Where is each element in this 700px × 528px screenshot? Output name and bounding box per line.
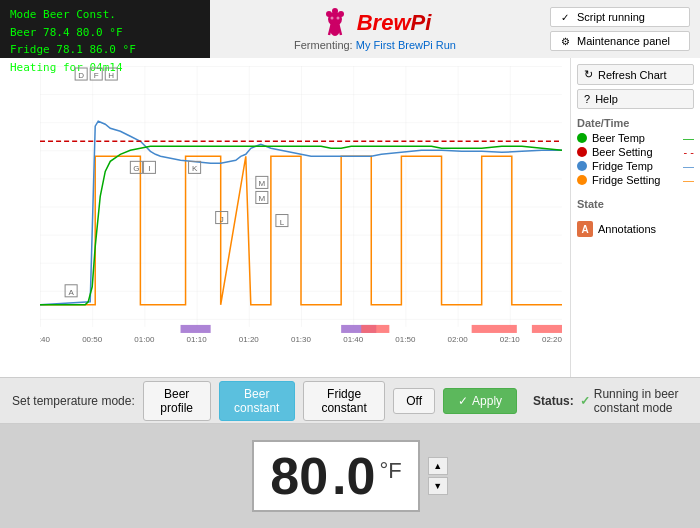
- maintenance-panel-label: Maintenance panel: [577, 35, 670, 47]
- status-display: Mode Beer Const. Beer 78.4 80.0 °F Fridg…: [0, 0, 210, 58]
- refresh-chart-button[interactable]: ↻ Refresh Chart: [577, 64, 694, 85]
- logo-pi: Pi: [411, 10, 432, 35]
- svg-point-1: [326, 11, 332, 17]
- svg-text:L: L: [280, 218, 285, 227]
- svg-text:H: H: [108, 71, 114, 80]
- beer-setting-dot: [577, 147, 587, 157]
- beer-constant-button[interactable]: Beer constant: [219, 381, 295, 421]
- annotation-section: A Annotations: [577, 221, 694, 239]
- header: Mode Beer Const. Beer 78.4 80.0 °F Fridg…: [0, 0, 700, 58]
- chart-container: 100 90 80 70 60 50 40 30 20 00:40 00:50 …: [0, 58, 700, 378]
- temp-increment-button[interactable]: ▲: [428, 457, 448, 475]
- svg-text:02:20: 02:20: [542, 335, 562, 344]
- svg-text:M: M: [259, 194, 266, 203]
- status-label: Status:: [533, 394, 574, 408]
- chart-sidebar: ↻ Refresh Chart ? Help Date/Time Beer Te…: [570, 58, 700, 377]
- svg-text:K: K: [192, 164, 198, 173]
- fermenting-label: Fermenting:: [294, 39, 353, 51]
- svg-text:A: A: [68, 288, 74, 297]
- logo-text: BrewPi: [357, 10, 432, 36]
- beer-temp-label: Beer Temp: [592, 132, 645, 144]
- temp-mode-bar: Set temperature mode: Beer profile Beer …: [0, 378, 700, 424]
- beer-profile-button[interactable]: Beer profile: [143, 381, 211, 421]
- temp-decrement-button[interactable]: ▼: [428, 477, 448, 495]
- svg-text:I: I: [148, 164, 150, 173]
- annotations-legend-item: A Annotations: [577, 221, 694, 237]
- chart-area: 100 90 80 70 60 50 40 30 20 00:40 00:50 …: [0, 58, 570, 377]
- maintenance-panel-button[interactable]: ⚙ Maintenance panel: [550, 31, 690, 51]
- annotations-label: Annotations: [598, 223, 656, 235]
- svg-point-3: [332, 8, 338, 14]
- fermenting-link[interactable]: My First BrewPi Run: [356, 39, 456, 51]
- status-line3: Fridge 78.1 86.0 °F: [10, 41, 200, 59]
- beer-constant-label: Beer constant: [234, 387, 279, 415]
- off-button[interactable]: Off: [393, 388, 435, 414]
- beer-setting-dash: - -: [684, 146, 694, 158]
- svg-text:D: D: [78, 71, 84, 80]
- fermenting-info: Fermenting: My First BrewPi Run: [294, 39, 456, 51]
- temp-unit: °F: [379, 450, 401, 484]
- svg-text:01:40: 01:40: [343, 335, 364, 344]
- raspberrypi-icon: [319, 7, 351, 39]
- beer-setting-legend: Beer Setting - -: [577, 146, 694, 158]
- fridge-temp-dot: [577, 161, 587, 171]
- fridge-temp-label: Fridge Temp: [592, 160, 653, 172]
- annotation-badge: A: [577, 221, 593, 237]
- fridge-constant-button[interactable]: Fridge constant: [303, 381, 385, 421]
- status-running-text: Running in beer constant mode: [594, 387, 688, 415]
- svg-text:02:00: 02:00: [448, 335, 469, 344]
- temp-value-box: 80 .0 °F: [252, 440, 419, 512]
- logo-area: BrewPi Fermenting: My First BrewPi Run: [210, 0, 540, 58]
- checkmark-apply-icon: ✓: [458, 394, 468, 408]
- fridge-setting-dot: [577, 175, 587, 185]
- temp-mode-label: Set temperature mode:: [12, 394, 135, 408]
- fridge-temp-legend: Fridge Temp —: [577, 160, 694, 172]
- logo-brew: Brew: [357, 10, 411, 35]
- off-label: Off: [406, 394, 422, 408]
- temp-whole: 80: [270, 450, 328, 502]
- status-check-icon: ✓: [580, 394, 590, 408]
- refresh-chart-label: Refresh Chart: [598, 69, 666, 81]
- svg-text:01:00: 01:00: [134, 335, 155, 344]
- svg-rect-32: [361, 325, 389, 333]
- refresh-icon: ↻: [584, 68, 593, 81]
- beer-temp-legend: Beer Temp —: [577, 132, 694, 144]
- temp-decimal: .0: [332, 450, 375, 502]
- svg-rect-30: [181, 325, 211, 333]
- beer-temp-dot: [577, 133, 587, 143]
- status-line1: Mode Beer Const.: [10, 6, 200, 24]
- status-text: ✓ Running in beer constant mode: [580, 387, 688, 415]
- gear-icon: ⚙: [559, 35, 571, 47]
- apply-label: Apply: [472, 394, 502, 408]
- svg-rect-33: [472, 325, 517, 333]
- svg-text:02:10: 02:10: [500, 335, 521, 344]
- fridge-setting-label: Fridge Setting: [592, 174, 660, 186]
- svg-point-2: [338, 11, 344, 17]
- svg-text:G: G: [133, 164, 139, 173]
- svg-text:01:20: 01:20: [239, 335, 260, 344]
- svg-text:00:50: 00:50: [82, 335, 103, 344]
- fridge-setting-dash: —: [683, 174, 694, 186]
- header-buttons: ✓ Script running ⚙ Maintenance panel: [540, 0, 700, 58]
- status-section: Status: ✓ Running in beer constant mode: [533, 387, 688, 415]
- svg-point-8: [336, 17, 339, 20]
- svg-text:01:50: 01:50: [395, 335, 416, 344]
- legend-section: Date/Time Beer Temp — Beer Setting - - F…: [577, 117, 694, 188]
- temp-display: 80 .0 °F ▲ ▼: [0, 424, 700, 528]
- svg-text:01:10: 01:10: [187, 335, 208, 344]
- svg-text:J: J: [220, 215, 224, 224]
- status-line2: Beer 78.4 80.0 °F: [10, 24, 200, 42]
- svg-point-7: [330, 17, 333, 20]
- temp-spinner: ▲ ▼: [428, 457, 448, 495]
- beer-profile-label: Beer profile: [160, 387, 193, 415]
- svg-text:00:40: 00:40: [40, 335, 51, 344]
- fridge-temp-dash: —: [683, 160, 694, 172]
- fridge-setting-legend: Fridge Setting —: [577, 174, 694, 186]
- script-running-button[interactable]: ✓ Script running: [550, 7, 690, 27]
- fridge-constant-label: Fridge constant: [321, 387, 366, 415]
- svg-text:01:30: 01:30: [291, 335, 312, 344]
- help-label: Help: [595, 93, 618, 105]
- checkmark-icon: ✓: [559, 11, 571, 23]
- help-button[interactable]: ? Help: [577, 89, 694, 109]
- apply-button[interactable]: ✓ Apply: [443, 388, 517, 414]
